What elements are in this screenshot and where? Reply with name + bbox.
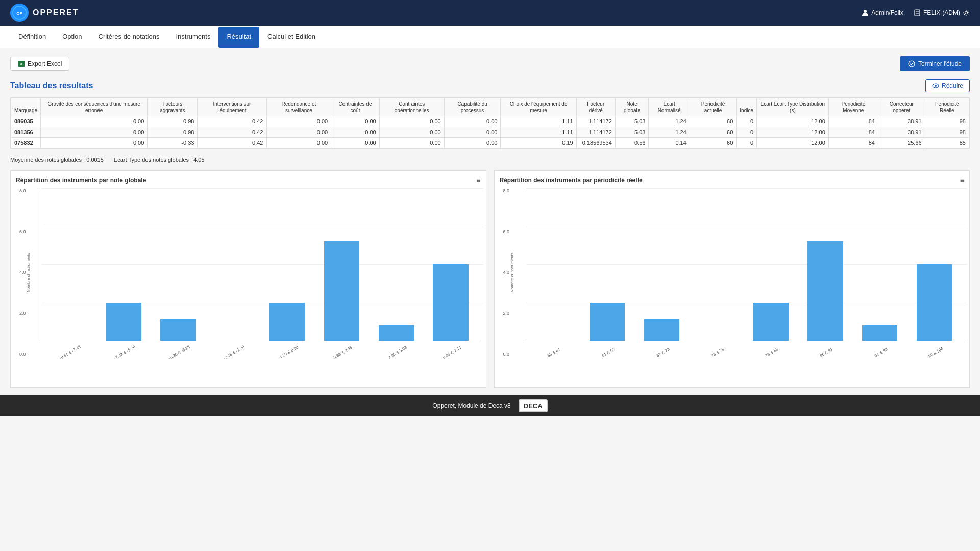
cell-r1-c3: 0.42 <box>198 127 266 138</box>
toolbar: X Export Excel Terminer l'étude <box>10 56 970 71</box>
svg-point-11 <box>935 85 937 87</box>
cell-r2-c4: 0.00 <box>266 138 331 148</box>
cell-r1-c9: 1.114172 <box>576 127 615 138</box>
tab-resultat[interactable]: Résultat <box>218 27 259 48</box>
col-header-gravite: Gravité des conséquences d'une mesure er… <box>41 98 148 116</box>
chart2-area: 8.0 6.0 4.0 2.0 0.0 Nombre d'instruments <box>500 188 965 382</box>
tab-calcul[interactable]: Calcul et Edition <box>259 27 324 48</box>
logo: OP OPPERET <box>10 4 79 22</box>
bar-label: -1.20 & 0.88 <box>278 345 299 360</box>
bar-item: 91 & 98 <box>852 188 907 341</box>
cell-r2-c11: 0.14 <box>649 138 690 148</box>
tab-criteres[interactable]: Critères de notations <box>90 27 168 48</box>
chart1-y2: 4.0 <box>19 270 26 275</box>
cell-r1-c5: 0.00 <box>331 127 380 138</box>
cell-r2-c0: 075832 <box>11 138 41 148</box>
cell-r0-c13: 0 <box>737 116 757 127</box>
col-header-ecart-type: Ecart Ecart Type Distribution (s) <box>757 98 829 116</box>
cell-r1-c17: 98 <box>925 127 969 138</box>
cell-r1-c4: 0.00 <box>266 127 331 138</box>
cell-r2-c3: 0.42 <box>198 138 266 148</box>
bar-label: -5.36 & -3.28 <box>168 344 191 360</box>
logo-text: OPPERET <box>33 8 79 17</box>
bar-item: -9.51 & -7.43 <box>42 188 96 341</box>
table-row: 0758320.00-0.330.420.000.000.000.000.190… <box>11 138 969 148</box>
chart1-menu-icon[interactable]: ≡ <box>476 176 480 184</box>
chart2-y0: 0.0 <box>503 352 510 357</box>
cell-r0-c8: 1.11 <box>501 116 576 127</box>
tab-instruments[interactable]: Instruments <box>167 27 218 48</box>
bar-label: 2.95 & 5.03 <box>387 345 408 360</box>
admin-label: Admin/Felix <box>871 9 903 16</box>
col-header-indice: Indice <box>737 98 757 116</box>
cell-r0-c9: 1.114172 <box>576 116 615 127</box>
cell-r0-c15: 84 <box>828 116 878 127</box>
felix-user: FELIX-(ADM) <box>914 9 970 16</box>
bar-label: 61 & 67 <box>601 347 616 358</box>
cell-r0-c6: 0.00 <box>379 116 444 127</box>
user-icon <box>862 9 869 16</box>
cell-r1-c11: 1.24 <box>649 127 690 138</box>
chart-bar <box>270 303 305 341</box>
chart2-y2: 4.0 <box>503 270 510 275</box>
deca-badge: DECA <box>519 399 548 412</box>
navigation: Définition Option Critères de notations … <box>0 26 980 48</box>
bar-item: 67 & 73 <box>634 188 689 341</box>
export-label: Export Excel <box>28 60 62 67</box>
cell-r1-c2: 0.98 <box>148 127 198 138</box>
bar-item: -5.36 & -3.28 <box>151 188 206 341</box>
col-header-ecart-norm: Ecart Normalisé <box>649 98 690 116</box>
cell-r2-c16: 25.66 <box>878 138 925 148</box>
cell-r0-c5: 0.00 <box>331 116 380 127</box>
bar-label: 79 & 85 <box>765 347 779 358</box>
bar-label: -9.51 & -7.43 <box>59 344 82 360</box>
cell-r2-c10: 0.56 <box>615 138 649 148</box>
col-header-capabilite: Capabilité du processus <box>444 98 501 116</box>
chart2-header: Répartition des instruments par périodic… <box>500 176 965 184</box>
col-header-redondance: Redondance et surveillance <box>266 98 331 116</box>
tab-option[interactable]: Option <box>54 27 90 48</box>
cell-r0-c2: 0.98 <box>148 116 198 127</box>
cell-r2-c8: 0.19 <box>501 138 576 148</box>
cell-r0-c1: 0.00 <box>41 116 148 127</box>
chart2-y-axis-label: Nombre d'instruments <box>509 253 514 292</box>
chart-bar <box>379 325 414 341</box>
bar-label: 55 & 61 <box>547 347 561 358</box>
bar-item: 0.88 & 2.95 <box>314 188 369 341</box>
cell-r2-c5: 0.00 <box>331 138 380 148</box>
svg-rect-3 <box>915 10 920 16</box>
document-icon <box>914 9 921 16</box>
reduire-button[interactable]: Réduire <box>925 79 970 92</box>
tab-definition[interactable]: Définition <box>10 27 54 48</box>
col-header-periodicite-act: Periodicité actuelle <box>690 98 737 116</box>
cell-r2-c1: 0.00 <box>41 138 148 148</box>
bar-item: -3.28 & -1.20 <box>205 188 260 341</box>
terminer-button[interactable]: Terminer l'étude <box>900 56 970 71</box>
bar-item: 85 & 91 <box>798 188 853 341</box>
logo-icon: OP <box>10 4 29 22</box>
cell-r0-c17: 98 <box>925 116 969 127</box>
footer: Opperet, Module de Deca v8 DECA <box>0 395 980 416</box>
chart-bar <box>862 325 897 341</box>
export-excel-button[interactable]: X Export Excel <box>10 57 69 71</box>
settings-icon[interactable] <box>963 9 970 16</box>
chart-note-globale: Répartition des instruments par note glo… <box>10 170 486 388</box>
cell-r1-c1: 0.00 <box>41 127 148 138</box>
cell-r1-c14: 12.00 <box>757 127 829 138</box>
cell-r0-c11: 1.24 <box>649 116 690 127</box>
chart2-menu-icon[interactable]: ≡ <box>960 176 964 184</box>
reduire-label: Réduire <box>942 82 963 89</box>
chart1-title: Répartition des instruments par note glo… <box>16 177 146 184</box>
terminer-label: Terminer l'étude <box>918 60 962 67</box>
cell-r0-c12: 60 <box>690 116 737 127</box>
admin-user: Admin/Felix <box>862 9 903 16</box>
chart1-y0: 0.0 <box>19 352 26 357</box>
col-header-periodicite-moy: Periodicité Moyenne <box>828 98 878 116</box>
header: OP OPPERET Admin/Felix FELIX-(ADM) <box>0 0 980 26</box>
header-right: Admin/Felix FELIX-(ADM) <box>862 9 970 16</box>
bar-label: 67 & 73 <box>656 347 670 358</box>
stats-row: Moyenne des notes globales : 0.0015 Ecar… <box>10 157 970 163</box>
section-title: Tableau des resultats <box>10 81 93 90</box>
chart1-y1: 2.0 <box>19 311 26 316</box>
cell-r2-c17: 85 <box>925 138 969 148</box>
